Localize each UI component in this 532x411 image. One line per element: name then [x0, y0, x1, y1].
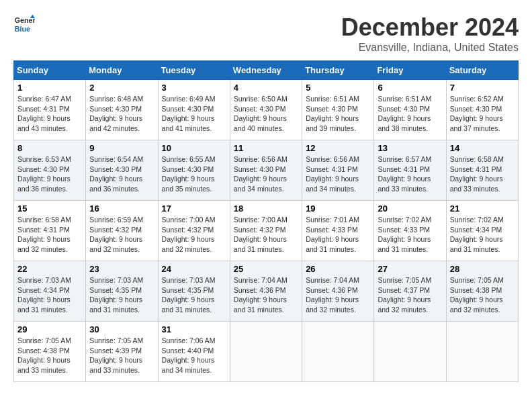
calendar-title: December 2024 [341, 13, 519, 42]
day-detail: Sunrise: 7:04 AMSunset: 4:36 PMDaylight:… [234, 276, 287, 314]
day-number: 8 [17, 143, 82, 153]
day-detail: Sunrise: 7:02 AMSunset: 4:33 PMDaylight:… [378, 216, 431, 253]
calendar-cell: 30 Sunrise: 7:05 AMSunset: 4:39 PMDaylig… [86, 322, 158, 382]
calendar-cell: 22 Sunrise: 7:03 AMSunset: 4:34 PMDaylig… [14, 261, 86, 322]
calendar-cell: 31 Sunrise: 7:06 AMSunset: 4:40 PMDaylig… [158, 322, 230, 382]
calendar-cell: 28 Sunrise: 7:05 AMSunset: 4:38 PMDaylig… [446, 261, 518, 322]
logo: General Blue [13, 13, 35, 35]
day-number: 24 [162, 264, 226, 274]
day-number: 28 [450, 264, 515, 274]
calendar-cell [374, 322, 446, 382]
calendar-cell: 17 Sunrise: 7:00 AMSunset: 4:32 PMDaylig… [158, 201, 230, 261]
day-number: 20 [378, 203, 442, 214]
calendar-cell: 29 Sunrise: 7:05 AMSunset: 4:38 PMDaylig… [14, 322, 86, 382]
calendar-cell: 13 Sunrise: 6:57 AMSunset: 4:31 PMDaylig… [374, 140, 446, 201]
week-row-1: 1 Sunrise: 6:47 AMSunset: 4:31 PMDayligh… [14, 80, 519, 140]
day-detail: Sunrise: 6:55 AMSunset: 4:30 PMDaylight:… [162, 155, 216, 193]
day-detail: Sunrise: 6:52 AMSunset: 4:30 PMDaylight:… [450, 95, 504, 132]
day-number: 10 [162, 143, 226, 153]
weekday-header-tuesday: Tuesday [158, 61, 230, 80]
day-number: 1 [17, 83, 82, 93]
day-detail: Sunrise: 6:51 AMSunset: 4:30 PMDaylight:… [378, 95, 431, 132]
calendar-cell: 23 Sunrise: 7:03 AMSunset: 4:35 PMDaylig… [86, 261, 158, 322]
weekday-header-friday: Friday [374, 61, 446, 80]
day-detail: Sunrise: 6:58 AMSunset: 4:31 PMDaylight:… [450, 155, 504, 193]
calendar-cell [446, 322, 518, 382]
day-detail: Sunrise: 7:05 AMSunset: 4:38 PMDaylight:… [450, 276, 504, 314]
day-number: 30 [89, 324, 154, 334]
day-detail: Sunrise: 6:56 AMSunset: 4:30 PMDaylight:… [234, 155, 287, 193]
svg-text:Blue: Blue [15, 25, 30, 33]
calendar-cell: 21 Sunrise: 7:02 AMSunset: 4:34 PMDaylig… [446, 201, 518, 261]
day-number: 6 [378, 83, 442, 93]
day-detail: Sunrise: 6:50 AMSunset: 4:30 PMDaylight:… [234, 95, 287, 132]
calendar-subtitle: Evansville, Indiana, United States [341, 42, 519, 54]
day-number: 21 [450, 203, 515, 214]
day-detail: Sunrise: 7:05 AMSunset: 4:37 PMDaylight:… [378, 276, 431, 314]
weekday-header-thursday: Thursday [302, 61, 374, 80]
weekday-header-row: SundayMondayTuesdayWednesdayThursdayFrid… [14, 61, 519, 80]
weekday-header-monday: Monday [86, 61, 158, 80]
day-detail: Sunrise: 6:51 AMSunset: 4:30 PMDaylight:… [306, 95, 359, 132]
calendar-body: 1 Sunrise: 6:47 AMSunset: 4:31 PMDayligh… [14, 80, 519, 382]
weekday-header-saturday: Saturday [446, 61, 518, 80]
day-number: 4 [234, 83, 298, 93]
day-number: 16 [89, 203, 154, 214]
weekday-header-wednesday: Wednesday [230, 61, 302, 80]
calendar-cell: 20 Sunrise: 7:02 AMSunset: 4:33 PMDaylig… [374, 201, 446, 261]
day-number: 23 [89, 264, 154, 274]
day-detail: Sunrise: 6:57 AMSunset: 4:31 PMDaylight:… [378, 155, 431, 193]
day-number: 29 [17, 324, 82, 334]
day-detail: Sunrise: 7:04 AMSunset: 4:36 PMDaylight:… [306, 276, 359, 314]
day-detail: Sunrise: 7:00 AMSunset: 4:32 PMDaylight:… [234, 216, 287, 253]
day-detail: Sunrise: 7:03 AMSunset: 4:34 PMDaylight:… [17, 276, 71, 314]
day-number: 19 [306, 203, 370, 214]
calendar-cell: 2 Sunrise: 6:48 AMSunset: 4:30 PMDayligh… [86, 80, 158, 140]
calendar-cell: 16 Sunrise: 6:59 AMSunset: 4:32 PMDaylig… [86, 201, 158, 261]
day-detail: Sunrise: 7:02 AMSunset: 4:34 PMDaylight:… [450, 216, 504, 253]
day-detail: Sunrise: 6:58 AMSunset: 4:31 PMDaylight:… [17, 216, 71, 253]
calendar-cell: 7 Sunrise: 6:52 AMSunset: 4:30 PMDayligh… [446, 80, 518, 140]
calendar-table: SundayMondayTuesdayWednesdayThursdayFrid… [13, 60, 519, 382]
day-detail: Sunrise: 6:59 AMSunset: 4:32 PMDaylight:… [89, 216, 143, 253]
calendar-cell: 25 Sunrise: 7:04 AMSunset: 4:36 PMDaylig… [230, 261, 302, 322]
day-number: 22 [17, 264, 82, 274]
calendar-cell: 4 Sunrise: 6:50 AMSunset: 4:30 PMDayligh… [230, 80, 302, 140]
page-header: General Blue December 2024 Evansville, I… [13, 13, 519, 54]
calendar-cell: 6 Sunrise: 6:51 AMSunset: 4:30 PMDayligh… [374, 80, 446, 140]
calendar-cell: 5 Sunrise: 6:51 AMSunset: 4:30 PMDayligh… [302, 80, 374, 140]
day-number: 13 [378, 143, 442, 153]
day-detail: Sunrise: 6:56 AMSunset: 4:31 PMDaylight:… [306, 155, 359, 193]
day-detail: Sunrise: 7:03 AMSunset: 4:35 PMDaylight:… [89, 276, 143, 314]
calendar-cell: 3 Sunrise: 6:49 AMSunset: 4:30 PMDayligh… [158, 80, 230, 140]
day-number: 11 [234, 143, 298, 153]
calendar-cell: 14 Sunrise: 6:58 AMSunset: 4:31 PMDaylig… [446, 140, 518, 201]
day-number: 31 [162, 324, 226, 334]
week-row-3: 15 Sunrise: 6:58 AMSunset: 4:31 PMDaylig… [14, 201, 519, 261]
day-number: 14 [450, 143, 515, 153]
calendar-cell: 24 Sunrise: 7:03 AMSunset: 4:35 PMDaylig… [158, 261, 230, 322]
weekday-header-sunday: Sunday [14, 61, 86, 80]
title-block: December 2024 Evansville, Indiana, Unite… [341, 13, 519, 54]
day-number: 26 [306, 264, 370, 274]
calendar-cell [230, 322, 302, 382]
day-detail: Sunrise: 7:06 AMSunset: 4:40 PMDaylight:… [162, 336, 216, 374]
day-number: 25 [234, 264, 298, 274]
calendar-cell: 26 Sunrise: 7:04 AMSunset: 4:36 PMDaylig… [302, 261, 374, 322]
day-detail: Sunrise: 7:01 AMSunset: 4:33 PMDaylight:… [306, 216, 359, 253]
week-row-5: 29 Sunrise: 7:05 AMSunset: 4:38 PMDaylig… [14, 322, 519, 382]
calendar-cell: 15 Sunrise: 6:58 AMSunset: 4:31 PMDaylig… [14, 201, 86, 261]
calendar-cell: 19 Sunrise: 7:01 AMSunset: 4:33 PMDaylig… [302, 201, 374, 261]
day-number: 12 [306, 143, 370, 153]
week-row-4: 22 Sunrise: 7:03 AMSunset: 4:34 PMDaylig… [14, 261, 519, 322]
day-number: 17 [162, 203, 226, 214]
day-number: 5 [306, 83, 370, 93]
calendar-cell [302, 322, 374, 382]
day-detail: Sunrise: 7:05 AMSunset: 4:39 PMDaylight:… [89, 336, 143, 374]
calendar-cell: 1 Sunrise: 6:47 AMSunset: 4:31 PMDayligh… [14, 80, 86, 140]
calendar-cell: 10 Sunrise: 6:55 AMSunset: 4:30 PMDaylig… [158, 140, 230, 201]
day-detail: Sunrise: 7:03 AMSunset: 4:35 PMDaylight:… [162, 276, 216, 314]
day-number: 2 [89, 83, 154, 93]
calendar-cell: 9 Sunrise: 6:54 AMSunset: 4:30 PMDayligh… [86, 140, 158, 201]
calendar-cell: 27 Sunrise: 7:05 AMSunset: 4:37 PMDaylig… [374, 261, 446, 322]
